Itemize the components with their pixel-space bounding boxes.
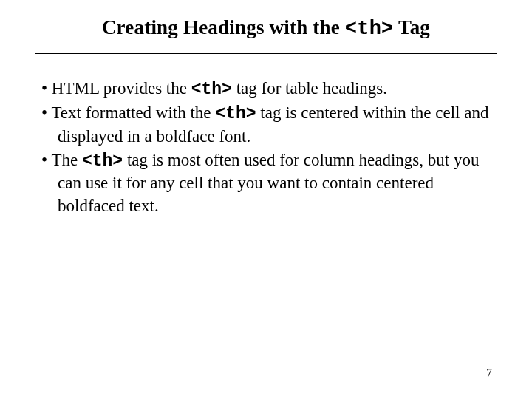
bullet-pre: HTML provides the (52, 79, 191, 98)
bullet-pre: Text formatted with the (51, 103, 215, 122)
title-divider (35, 53, 497, 54)
bullet-code: <th> (191, 80, 232, 99)
list-item: The <th> tag is most often used for colu… (41, 149, 497, 217)
bullet-pre: The (51, 151, 82, 169)
bullet-code: <th> (82, 151, 123, 171)
slide: Creating Headings with the <th> Tag HTML… (0, 0, 532, 399)
list-item: Text formatted with the <th> tag is cent… (41, 102, 497, 148)
bullet-code: <th> (215, 104, 256, 123)
bullet-list: HTML provides the <th> tag for table hea… (35, 78, 497, 217)
title-code: <th> (345, 18, 394, 40)
title-text-pre: Creating Headings with the (102, 16, 345, 38)
page-number: 7 (486, 366, 492, 380)
list-item: HTML provides the <th> tag for table hea… (41, 78, 497, 100)
bullet-post: tag for table headings. (232, 79, 387, 98)
title-text-post: Tag (393, 16, 430, 38)
slide-title: Creating Headings with the <th> Tag (35, 16, 497, 40)
